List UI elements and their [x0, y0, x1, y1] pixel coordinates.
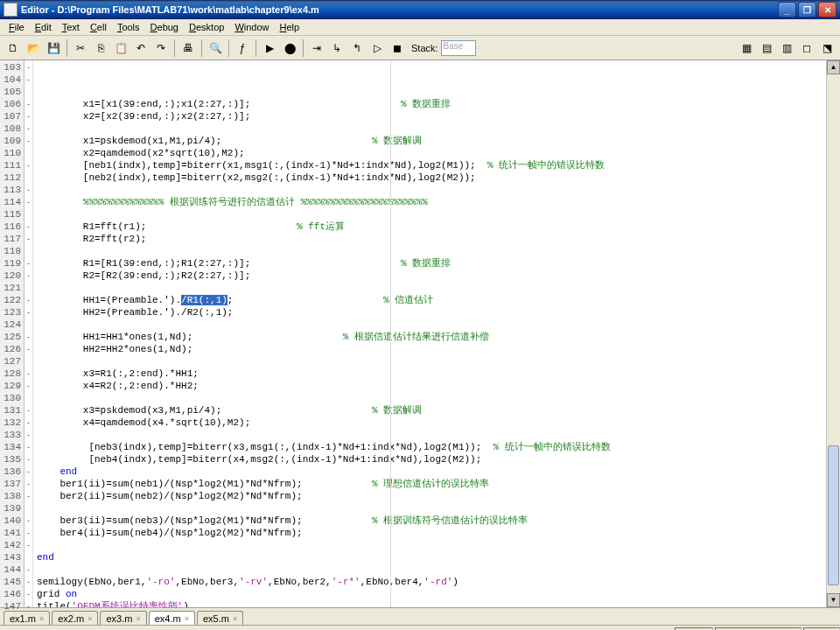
code-line[interactable]: ber3(ii)=sum(neb3)/(Nsp*log2(M1)*Nd*Nfrm… [37, 514, 840, 527]
open-file-icon[interactable]: 📂 [24, 38, 43, 58]
close-button[interactable]: ✕ [818, 2, 836, 18]
status-type: script [675, 627, 713, 631]
tile-icon[interactable]: ▦ [737, 38, 756, 58]
code-line[interactable]: ber1(ii)=sum(neb1)/(Nsp*log2(M1)*Nd*Nfrm… [37, 478, 840, 490]
set-path-icon[interactable]: ƒ [233, 38, 252, 58]
code-line[interactable] [37, 539, 840, 551]
close-icon[interactable]: × [185, 614, 189, 623]
step-out-icon[interactable]: ↰ [347, 38, 367, 58]
copy-icon[interactable]: ⎘ [91, 38, 110, 58]
code-line[interactable] [37, 245, 840, 257]
code-line[interactable]: grid on [37, 588, 840, 600]
app-icon [4, 3, 18, 17]
code-line[interactable]: R1=[R1(39:end,:);R1(2:27,:)]; % 数据重排 [37, 257, 840, 270]
code-line[interactable]: [neb2(indx),temp]=biterr(x2,msg2(:,(indx… [37, 172, 840, 184]
run-icon[interactable]: ▶ [260, 38, 279, 58]
close-icon[interactable]: × [233, 614, 237, 623]
code-line[interactable] [37, 184, 840, 196]
find-icon[interactable]: 🔍 [206, 38, 225, 58]
menu-cell[interactable]: Cell [85, 20, 112, 34]
code-line[interactable] [37, 502, 840, 514]
cut-icon[interactable]: ✂ [71, 38, 90, 58]
file-tab[interactable]: ex2.m× [52, 611, 98, 625]
print-icon[interactable]: 🖶 [178, 38, 198, 58]
fold-column: ---------------------------------- [24, 60, 33, 607]
breakpoint-icon[interactable]: ⬤ [280, 38, 299, 58]
code-line[interactable] [37, 429, 840, 441]
code-line[interactable]: HH1=(Preamble.')./R1(:,1); % 信道估计 [37, 294, 840, 306]
code-line[interactable]: x1=pskdemod(x1,M1,pi/4); % 数据解调 [37, 135, 840, 147]
code-line[interactable]: x4=R2(:,2:end).*HH2; [37, 380, 840, 392]
code-line[interactable]: [neb4(indx),temp]=biterr(x4,msg2(:,(indx… [37, 453, 840, 466]
close-icon[interactable]: × [88, 614, 92, 623]
undo-icon[interactable]: ↶ [131, 38, 150, 58]
code-line[interactable]: semilogy(EbNo,ber1,'-ro',EbNo,ber3,'-rv'… [37, 576, 840, 588]
redo-icon[interactable]: ↷ [151, 38, 171, 58]
save-icon[interactable]: 💾 [44, 38, 63, 58]
code-line[interactable]: x2=[x2(39:end,:);x2(2:27,:)]; [37, 110, 840, 122]
code-line[interactable]: x1=[x1(39:end,:);x1(2:27,:)]; % 数据重排 [37, 98, 840, 110]
file-tab[interactable]: ex5.m× [197, 611, 243, 625]
code-line[interactable] [37, 318, 840, 331]
file-tab[interactable]: ex1.m× [4, 611, 50, 625]
menu-text[interactable]: Text [57, 20, 85, 34]
code-line[interactable] [37, 122, 840, 135]
float-icon[interactable]: ◻ [797, 38, 816, 58]
scroll-down-icon[interactable]: ▼ [827, 593, 840, 607]
step-in-icon[interactable]: ↳ [327, 38, 346, 58]
code-line[interactable] [37, 208, 840, 220]
scroll-up-icon[interactable]: ▲ [827, 60, 840, 74]
split-h-icon[interactable]: ▤ [757, 38, 776, 58]
file-tab[interactable]: ex4.m× [149, 611, 195, 625]
code-line[interactable]: ber4(ii)=sum(neb4)/(Nsp*log2(M2)*Nd*Nfrm… [37, 527, 840, 539]
continue-icon[interactable]: ▷ [368, 38, 387, 58]
code-line[interactable]: x4=qamdemod(x4.*sqrt(10),M2); [37, 416, 840, 429]
code-line[interactable]: x3=R1(:,2:end).*HH1; [37, 368, 840, 380]
code-line[interactable]: HH2=(Preamble.')./R2(:,1); [37, 306, 840, 318]
code-line[interactable]: R1=fft(r1); % fft运算 [37, 220, 840, 233]
paste-icon[interactable]: 📋 [111, 38, 130, 58]
stop-icon[interactable]: ◼ [388, 38, 407, 58]
menu-help[interactable]: Help [275, 20, 305, 34]
menu-window[interactable]: Window [229, 20, 274, 34]
separator [228, 39, 229, 57]
stack-combo[interactable]: Base [441, 40, 476, 56]
new-file-icon[interactable]: 🗋 [4, 38, 23, 58]
status-bar: script Ln 119 Col 27 OVR [0, 625, 840, 630]
code-line[interactable]: [neb3(indx),temp]=biterr(x3,msg1(:,(indx… [37, 441, 840, 453]
vertical-scrollbar[interactable]: ▲ ▼ [826, 60, 840, 607]
code-line[interactable]: title('OFDM系统误比特率性能') [37, 600, 840, 607]
code-line[interactable]: [neb1(indx),temp]=biterr(x1,msg1(:,(indx… [37, 159, 840, 172]
code-line[interactable]: %%%%%%%%%%%%%% 根据训练符号进行的信道估计 %%%%%%%%%%%… [37, 196, 840, 208]
dock-icon[interactable]: ⬔ [817, 38, 836, 58]
code-line[interactable]: R2=[R2(39:end,:);R2(2:27,:)]; [37, 270, 840, 282]
window-controls: _ ❐ ✕ [778, 2, 836, 18]
maximize-button[interactable]: ❐ [798, 2, 816, 18]
menu-debug[interactable]: Debug [145, 20, 184, 34]
code-line[interactable]: x2=qamdemod(x2*sqrt(10),M2); [37, 147, 840, 159]
split-v-icon[interactable]: ▥ [777, 38, 796, 58]
code-line[interactable]: end [37, 466, 840, 478]
code-line[interactable]: ber2(ii)=sum(neb2)/(Nsp*log2(M2)*Nd*Nfrm… [37, 490, 840, 502]
title-bar: Editor - D:\Program Files\MATLAB71\work\… [0, 0, 840, 19]
step-icon[interactable]: ⇥ [307, 38, 326, 58]
menu-edit[interactable]: Edit [30, 20, 57, 34]
code-line[interactable] [37, 355, 840, 368]
code-line[interactable] [37, 282, 840, 294]
code-line[interactable] [37, 392, 840, 404]
menu-tools[interactable]: Tools [112, 20, 145, 34]
code-line[interactable] [37, 564, 840, 576]
code-line[interactable]: R2=fft(r2); [37, 233, 840, 245]
minimize-button[interactable]: _ [778, 2, 796, 18]
code-line[interactable]: HH2=HH2*ones(1,Nd); [37, 343, 840, 355]
code-line[interactable]: end [37, 551, 840, 564]
file-tab[interactable]: ex3.m× [100, 611, 146, 625]
menu-file[interactable]: File [4, 20, 30, 34]
menu-desktop[interactable]: Desktop [184, 20, 229, 34]
code-line[interactable]: HH1=HH1*ones(1,Nd); % 根据信道估计结果进行信道补偿 [37, 331, 840, 343]
code-editor[interactable]: x1=[x1(39:end,:);x1(2:27,:)]; % 数据重排 x2=… [33, 60, 840, 607]
code-line[interactable]: x3=pskdemod(x3,M1,pi/4); % 数据解调 [37, 404, 840, 416]
close-icon[interactable]: × [136, 614, 140, 623]
close-icon[interactable]: × [39, 614, 44, 623]
scroll-thumb[interactable] [828, 445, 839, 585]
